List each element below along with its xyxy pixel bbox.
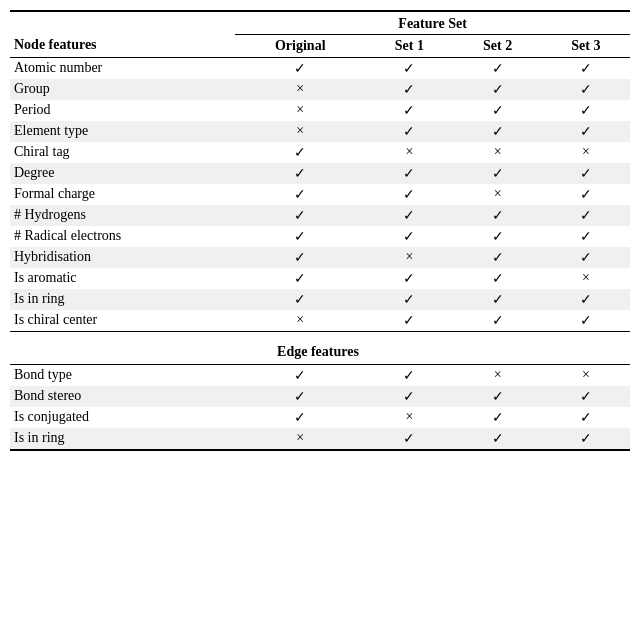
- feature-value-cell: ✓: [235, 364, 365, 386]
- feature-value-cell: ✓: [542, 226, 630, 247]
- feature-name-cell: Bond type: [10, 364, 235, 386]
- feature-name-cell: Element type: [10, 121, 235, 142]
- feature-name-cell: Formal charge: [10, 184, 235, 205]
- col-header-set3: Set 3: [542, 35, 630, 58]
- feature-value-cell: ✓: [235, 205, 365, 226]
- feature-value-cell: ✓: [454, 247, 542, 268]
- feature-value-cell: ✓: [542, 163, 630, 184]
- feature-value-cell: ✓: [454, 79, 542, 100]
- table-row: Is conjugated✓×✓✓: [10, 407, 630, 428]
- feature-name-cell: Bond stereo: [10, 386, 235, 407]
- feature-value-cell: ✓: [365, 289, 453, 310]
- node-features-col-header: Node features: [10, 35, 235, 58]
- col-header-set2: Set 2: [454, 35, 542, 58]
- feature-value-cell: ✓: [542, 386, 630, 407]
- table-row: Degree✓✓✓✓: [10, 163, 630, 184]
- table-row: Is aromatic✓✓✓×: [10, 268, 630, 289]
- feature-value-cell: ✓: [365, 205, 453, 226]
- feature-value-cell: ✓: [454, 57, 542, 79]
- feature-value-cell: ✓: [542, 205, 630, 226]
- feature-value-cell: ×: [365, 142, 453, 163]
- feature-value-cell: ✓: [454, 100, 542, 121]
- table-row: Chiral tag✓×××: [10, 142, 630, 163]
- feature-value-cell: ✓: [454, 163, 542, 184]
- feature-value-cell: ✓: [542, 310, 630, 332]
- feature-value-cell: ✓: [235, 268, 365, 289]
- feature-value-cell: ×: [235, 310, 365, 332]
- feature-value-cell: ✓: [542, 289, 630, 310]
- feature-value-cell: ✓: [365, 184, 453, 205]
- feature-value-cell: ✓: [365, 57, 453, 79]
- feature-value-cell: ×: [542, 364, 630, 386]
- feature-value-cell: ✓: [235, 386, 365, 407]
- feature-value-cell: ✓: [454, 386, 542, 407]
- feature-value-cell: ×: [454, 184, 542, 205]
- feature-value-cell: ×: [365, 407, 453, 428]
- feature-value-cell: ×: [235, 121, 365, 142]
- feature-name-cell: Period: [10, 100, 235, 121]
- edge-features-label: Edge features: [10, 331, 630, 364]
- table-row: Hybridisation✓×✓✓: [10, 247, 630, 268]
- feature-value-cell: ✓: [542, 428, 630, 450]
- feature-name-cell: Is conjugated: [10, 407, 235, 428]
- empty-header-cell: [10, 11, 235, 35]
- feature-value-cell: ✓: [365, 163, 453, 184]
- feature-value-cell: ✓: [365, 268, 453, 289]
- feature-value-cell: ✓: [235, 57, 365, 79]
- feature-name-cell: Chiral tag: [10, 142, 235, 163]
- feature-name-cell: Atomic number: [10, 57, 235, 79]
- feature-name-cell: # Hydrogens: [10, 205, 235, 226]
- feature-value-cell: ✓: [235, 247, 365, 268]
- feature-value-cell: ✓: [454, 121, 542, 142]
- feature-value-cell: ✓: [365, 386, 453, 407]
- feature-value-cell: ✓: [454, 268, 542, 289]
- feature-value-cell: ×: [235, 100, 365, 121]
- table-row: # Radical electrons✓✓✓✓: [10, 226, 630, 247]
- feature-name-cell: Is chiral center: [10, 310, 235, 332]
- feature-name-cell: Group: [10, 79, 235, 100]
- feature-value-cell: ✓: [454, 407, 542, 428]
- table-row: Element type×✓✓✓: [10, 121, 630, 142]
- feature-value-cell: ×: [542, 268, 630, 289]
- table-row: Bond stereo✓✓✓✓: [10, 386, 630, 407]
- edge-features-section-header: Edge features: [10, 331, 630, 364]
- feature-name-cell: Is in ring: [10, 289, 235, 310]
- feature-value-cell: ✓: [542, 247, 630, 268]
- feature-value-cell: ✓: [365, 79, 453, 100]
- table-row: Is chiral center×✓✓✓: [10, 310, 630, 332]
- table-container: Feature Set Node features Original Set 1…: [10, 10, 630, 451]
- table-row: Group×✓✓✓: [10, 79, 630, 100]
- feature-name-cell: Is in ring: [10, 428, 235, 450]
- feature-value-cell: ✓: [542, 184, 630, 205]
- table-row: Is in ring×✓✓✓: [10, 428, 630, 450]
- feature-value-cell: ×: [365, 247, 453, 268]
- feature-value-cell: ×: [235, 79, 365, 100]
- feature-name-cell: Degree: [10, 163, 235, 184]
- feature-name-cell: # Radical electrons: [10, 226, 235, 247]
- feature-value-cell: ✓: [454, 428, 542, 450]
- table-row: Atomic number✓✓✓✓: [10, 57, 630, 79]
- feature-value-cell: ✓: [365, 121, 453, 142]
- feature-value-cell: ✓: [235, 184, 365, 205]
- feature-value-cell: ✓: [542, 57, 630, 79]
- table-row: Formal charge✓✓×✓: [10, 184, 630, 205]
- feature-value-cell: ✓: [542, 79, 630, 100]
- col-header-set1: Set 1: [365, 35, 453, 58]
- feature-name-cell: Is aromatic: [10, 268, 235, 289]
- feature-value-cell: ✓: [365, 310, 453, 332]
- feature-value-cell: ✓: [454, 205, 542, 226]
- feature-value-cell: ✓: [454, 310, 542, 332]
- feature-set-header: Feature Set: [235, 11, 630, 35]
- feature-value-cell: ✓: [235, 226, 365, 247]
- table-row: Bond type✓✓××: [10, 364, 630, 386]
- feature-value-cell: ✓: [235, 163, 365, 184]
- table-row: Is in ring✓✓✓✓: [10, 289, 630, 310]
- feature-value-cell: ✓: [542, 100, 630, 121]
- feature-value-cell: ✓: [454, 289, 542, 310]
- table-row: Period×✓✓✓: [10, 100, 630, 121]
- feature-value-cell: ✓: [235, 142, 365, 163]
- feature-value-cell: ×: [454, 142, 542, 163]
- feature-value-cell: ✓: [365, 364, 453, 386]
- feature-name-cell: Hybridisation: [10, 247, 235, 268]
- feature-value-cell: ✓: [365, 428, 453, 450]
